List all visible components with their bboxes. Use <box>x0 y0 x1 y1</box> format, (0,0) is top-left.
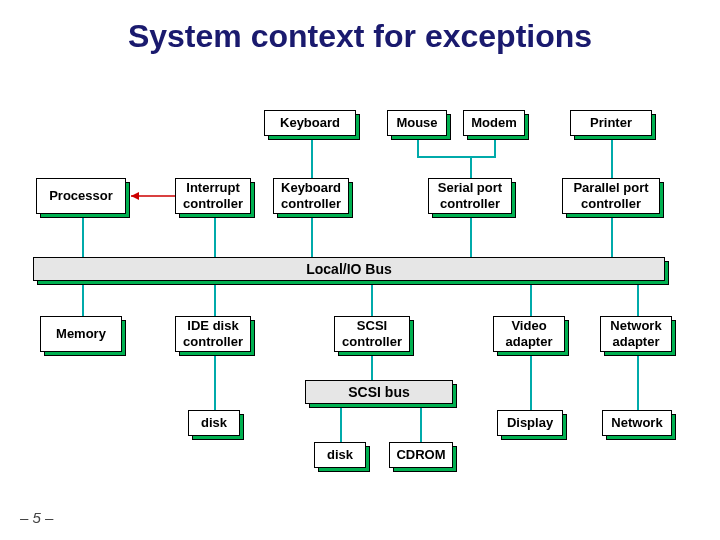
box-display: Display <box>497 410 563 436</box>
box-network-adapter: Network adapter <box>600 316 672 352</box>
box-ide-controller: IDE disk controller <box>175 316 251 352</box>
box-processor: Processor <box>36 178 126 214</box>
box-disk1: disk <box>188 410 240 436</box>
box-keyboard-controller: Keyboard controller <box>273 178 349 214</box>
local-io-bus: Local/IO Bus <box>33 257 665 281</box>
line-bus-video <box>530 281 532 317</box>
line-scsictrl-scsibus <box>371 352 373 380</box>
line-scsibus-disk2 <box>340 404 342 442</box>
line-bus-ide <box>214 281 216 317</box>
line-bus-memory <box>82 281 84 317</box>
line-netadapter-network <box>637 352 639 410</box>
box-cdrom: CDROM <box>389 442 453 468</box>
line-bus-scsi <box>371 281 373 317</box>
scsi-bus: SCSI bus <box>305 380 453 404</box>
line-scsibus-cdrom <box>420 404 422 442</box>
box-network: Network <box>602 410 672 436</box>
box-serial-controller: Serial port controller <box>428 178 512 214</box>
box-keyboard: Keyboard <box>264 110 356 136</box>
slide-number: – 5 – <box>20 509 53 526</box>
line-video-display <box>530 352 532 410</box>
line-ide-disk <box>214 352 216 410</box>
box-mouse: Mouse <box>387 110 447 136</box>
box-memory: Memory <box>40 316 122 352</box>
box-disk2: disk <box>314 442 366 468</box>
box-modem: Modem <box>463 110 525 136</box>
box-interrupt-controller: Interrupt controller <box>175 178 251 214</box>
box-scsi-controller: SCSI controller <box>334 316 410 352</box>
line-bus-network <box>637 281 639 317</box>
box-video-adapter: Video adapter <box>493 316 565 352</box>
box-parallel-controller: Parallel port controller <box>562 178 660 214</box>
svg-marker-1 <box>131 192 139 200</box>
box-printer: Printer <box>570 110 652 136</box>
